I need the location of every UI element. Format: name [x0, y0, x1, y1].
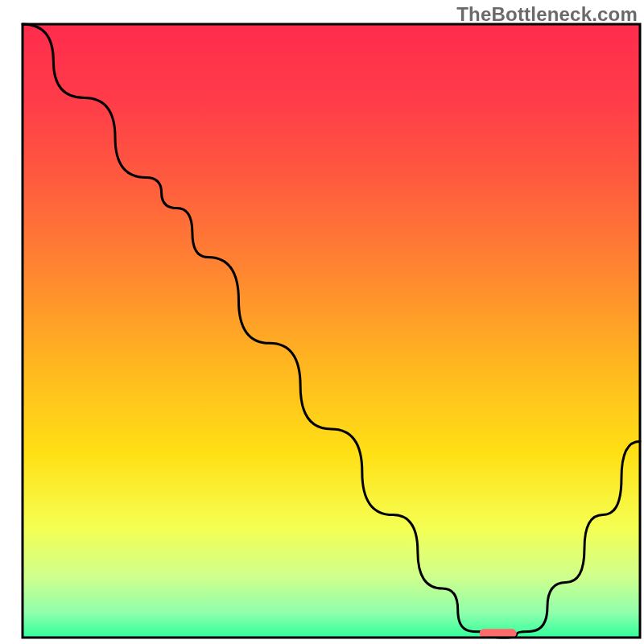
bottleneck-chart [0, 0, 644, 644]
chart-container: TheBottleneck.com [0, 0, 644, 644]
optimal-range-marker [480, 629, 517, 638]
watermark-text: TheBottleneck.com [456, 3, 638, 26]
gradient-background [23, 24, 640, 638]
